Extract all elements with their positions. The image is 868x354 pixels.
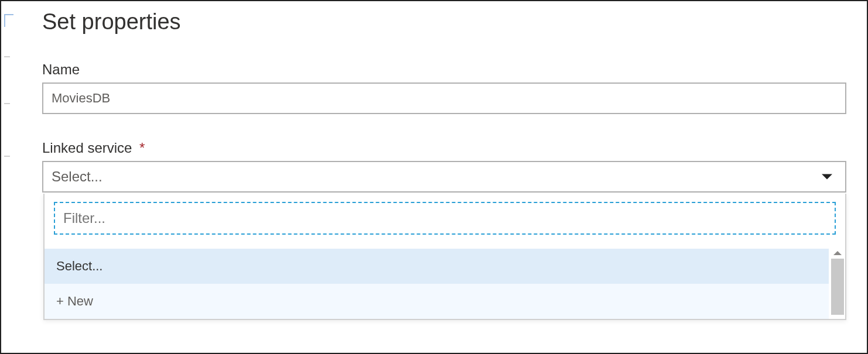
dropdown-option-select[interactable]: Select... [45, 249, 829, 284]
gutter-mark [4, 49, 10, 57]
linked-service-field-block: Linked service * Select... Select... + N… [42, 140, 846, 193]
gutter-mark [4, 96, 10, 104]
name-label: Name [42, 61, 846, 78]
required-asterisk: * [139, 140, 145, 156]
linked-service-label: Linked service * [42, 140, 846, 156]
scroll-up-icon [833, 251, 842, 255]
gutter-mark [4, 14, 13, 27]
dropdown-option-list: Select... + New [45, 249, 845, 319]
linked-service-dropdown: Select... + New [43, 194, 846, 320]
scroll-thumb[interactable] [831, 259, 844, 315]
set-properties-panel: Set properties Name Linked service * Sel… [42, 2, 846, 352]
linked-service-select[interactable]: Select... Select... + New [42, 161, 846, 193]
gutter-mark [4, 149, 10, 157]
linked-service-select-value: Select... [52, 169, 102, 184]
panel-frame: Set properties Name Linked service * Sel… [0, 0, 868, 354]
caret-down-icon [822, 174, 832, 180]
dropdown-filter-input[interactable] [54, 202, 836, 235]
dropdown-option-new[interactable]: + New [45, 284, 829, 319]
dropdown-scrollbar[interactable] [831, 249, 844, 319]
linked-service-label-text: Linked service [42, 140, 132, 156]
left-gutter [2, 2, 15, 352]
name-input[interactable] [42, 83, 846, 114]
name-field-block: Name [42, 61, 846, 114]
panel-title: Set properties [42, 9, 846, 35]
